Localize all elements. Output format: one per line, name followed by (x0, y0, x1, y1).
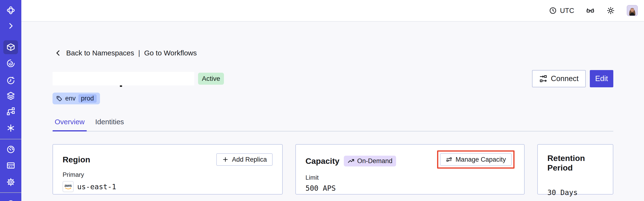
sidebar (0, 0, 21, 201)
namespaces-cube-icon[interactable] (0, 42, 21, 52)
tag-value: prod (78, 94, 96, 103)
capacity-card: Capacity On-Demand (296, 144, 524, 194)
aws-logo-text: aws (64, 184, 72, 187)
main-content: Back to Namespaces | Go to Workflows Act… (21, 22, 644, 201)
on-demand-label: On-Demand (357, 157, 392, 165)
user-avatar[interactable] (627, 5, 638, 16)
back-to-namespaces-link[interactable]: Back to Namespaces (66, 49, 134, 57)
on-demand-badge: On-Demand (344, 156, 396, 166)
limit-value: 500 APS (306, 184, 336, 192)
go-to-workflows-link[interactable]: Go to Workflows (144, 49, 197, 57)
tag-key: env (65, 95, 76, 102)
sliders-icon (446, 156, 452, 163)
trending-up-icon (348, 157, 354, 164)
tab-identities[interactable]: Identities (93, 118, 126, 131)
region-card-title: Region (62, 155, 90, 164)
sidebar-divider (0, 192, 21, 193)
asterisk-icon[interactable] (0, 123, 21, 133)
red-annotation-box: Manage Capacity (437, 150, 514, 168)
region-card: Region Add Replica Primary aws (52, 144, 283, 194)
limit-label: Limit (306, 174, 514, 181)
retention-value: 30 Days (548, 188, 603, 197)
add-replica-label: Add Replica (232, 156, 267, 163)
usage-gauge-icon[interactable] (0, 144, 21, 155)
theme-toggle-sun-icon[interactable] (606, 6, 615, 15)
retention-card-title: Retention Period (548, 153, 603, 172)
add-replica-button[interactable]: Add Replica (216, 153, 272, 166)
tab-overview[interactable]: Overview (52, 118, 87, 131)
branch-graph-icon[interactable] (0, 106, 21, 116)
capacity-card-title: Capacity (306, 156, 340, 166)
top-bar: UTC (21, 0, 644, 22)
labs-glasses-icon[interactable] (586, 6, 594, 15)
tab-bar: Overview Identities (52, 118, 613, 132)
nexus-spiral-icon[interactable] (0, 58, 21, 68)
billing-card-icon[interactable] (0, 160, 21, 171)
timezone-selector[interactable]: UTC (549, 7, 574, 15)
tag-row: env prod (52, 92, 613, 104)
edit-button[interactable]: Edit (590, 70, 613, 87)
timezone-label: UTC (560, 7, 574, 15)
primary-label: Primary (62, 171, 272, 178)
env-tag: env prod (52, 92, 100, 104)
breadcrumb-separator: | (138, 49, 140, 57)
manage-capacity-label: Manage Capacity (456, 156, 506, 163)
namespace-title-row: Active Connect Edit (52, 70, 613, 87)
region-value: us-east-1 (77, 182, 116, 191)
breadcrumb: Back to Namespaces | Go to Workflows (52, 49, 613, 57)
layers-stack-icon[interactable] (0, 90, 21, 101)
support-circle-icon[interactable] (0, 198, 21, 201)
connect-button[interactable]: Connect (532, 70, 586, 87)
schedules-clock-icon[interactable] (0, 75, 21, 86)
retention-card: Retention Period 30 Days (537, 144, 613, 194)
aws-smile-icon (65, 188, 71, 190)
manage-capacity-button[interactable]: Manage Capacity (440, 153, 512, 166)
connect-button-label: Connect (551, 74, 578, 83)
namespace-name-redacted (52, 72, 194, 86)
status-badge: Active (198, 73, 224, 85)
tag-icon (56, 95, 62, 102)
summary-cards: Region Add Replica Primary aws (52, 144, 613, 194)
sidebar-divider (0, 139, 21, 139)
settings-gear-icon[interactable] (0, 177, 21, 187)
expand-sidebar-chevron-icon[interactable] (0, 21, 21, 31)
clock-icon (549, 7, 557, 14)
connect-flow-icon (539, 74, 548, 83)
chevron-left-icon[interactable] (54, 49, 62, 57)
redaction-artifact (120, 86, 122, 87)
plus-icon (222, 156, 229, 163)
temporal-logo-icon[interactable] (0, 5, 21, 16)
namespace-actions: Connect Edit (532, 70, 613, 87)
aws-logo-badge: aws (62, 181, 74, 192)
